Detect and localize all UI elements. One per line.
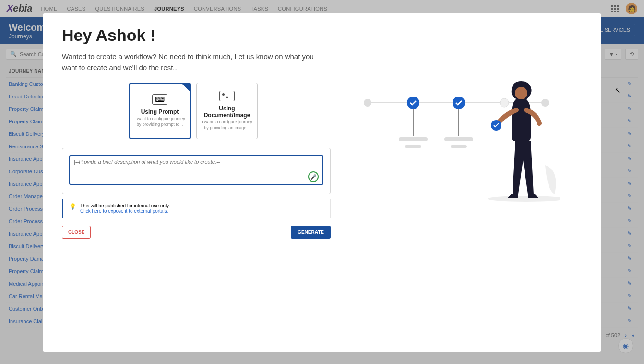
svg-point-1 xyxy=(364,99,371,107)
modal-overlay: Hey Ashok ! Wanted to create a workflow?… xyxy=(0,0,644,364)
prompt-textarea[interactable] xyxy=(69,155,323,185)
svg-point-4 xyxy=(500,98,509,107)
mouse-cursor: ↖ xyxy=(615,86,620,94)
keyboard-icon xyxy=(152,94,167,105)
image-icon xyxy=(219,91,235,101)
svg-point-12 xyxy=(488,196,560,202)
svg-rect-8 xyxy=(399,137,428,141)
svg-rect-11 xyxy=(451,145,467,148)
option-desc: I want to configure journey by providing… xyxy=(134,116,186,127)
svg-point-5 xyxy=(541,99,549,107)
svg-point-13 xyxy=(515,87,527,99)
option-card-0[interactable]: Using PromptI want to configure journey … xyxy=(129,83,191,139)
svg-rect-9 xyxy=(405,145,421,148)
svg-rect-10 xyxy=(444,137,473,141)
svg-point-2 xyxy=(407,97,419,109)
input-method-options: Using PromptI want to configure journey … xyxy=(129,83,331,139)
create-workflow-modal: Hey Ashok ! Wanted to create a workflow?… xyxy=(43,13,601,352)
modal-illustration xyxy=(331,26,582,339)
generate-button[interactable]: GENERATE xyxy=(291,226,331,239)
notice-text: This will be published for internal use … xyxy=(80,203,170,208)
voice-input-button[interactable]: 🎤 xyxy=(308,171,319,182)
modal-subtitle: Wanted to create a workflow? No need to … xyxy=(62,51,331,73)
option-desc: I want to configure journey by providing… xyxy=(201,120,253,131)
publish-notice: 💡 This will be published for internal us… xyxy=(62,199,331,218)
prompt-container: 🎤 xyxy=(62,148,331,194)
close-button[interactable]: CLOSE xyxy=(62,226,91,239)
option-title: Using Document/Image xyxy=(201,105,253,119)
lightbulb-icon: 💡 xyxy=(69,203,76,210)
expose-external-link[interactable]: Click here to expose it to external port… xyxy=(80,208,168,214)
modal-title: Hey Ashok ! xyxy=(62,26,331,45)
option-title: Using Prompt xyxy=(141,109,179,115)
option-card-1[interactable]: Using Document/ImageI want to configure … xyxy=(196,83,258,139)
svg-point-3 xyxy=(453,97,465,109)
